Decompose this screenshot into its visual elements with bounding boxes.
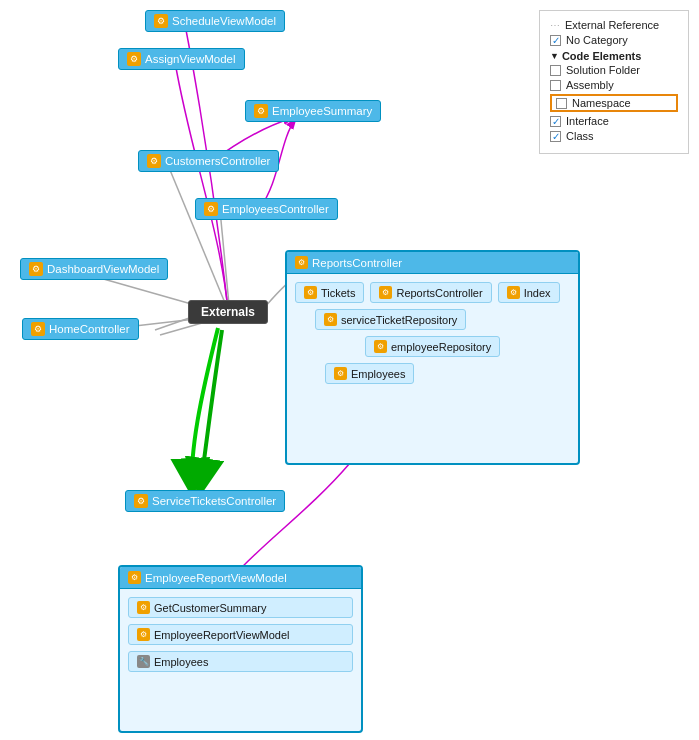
home-controller-label: HomeController [49, 323, 130, 335]
class-label: Class [566, 130, 594, 142]
legend-class[interactable]: Class [550, 130, 678, 142]
reports-controller-title: ReportsController [312, 257, 402, 269]
legend-no-category[interactable]: No Category [550, 34, 678, 46]
ervm-title: EmployeeReportViewModel [145, 572, 287, 584]
service-tickets-label: ServiceTicketsController [152, 495, 276, 507]
reports-controller-container[interactable]: ⚙ ReportsController ⚙ Tickets ⚙ ReportsC… [285, 250, 580, 465]
dashboard-view-model-icon: ⚙ [29, 262, 43, 276]
legend-namespace[interactable]: Namespace [550, 94, 678, 112]
employee-report-view-model-header: ⚙ EmployeeReportViewModel [120, 567, 361, 589]
get-customer-summary-icon: ⚙ [137, 601, 150, 614]
reports-controller-inner-node[interactable]: ⚙ ReportsController [370, 282, 491, 303]
service-tickets-controller-node[interactable]: ⚙ ServiceTicketsController [125, 490, 285, 512]
service-ticket-repo-node[interactable]: ⚙ serviceTicketRepository [315, 309, 466, 330]
reports-controller-inner-label: ReportsController [396, 287, 482, 299]
tickets-inner-node[interactable]: ⚙ Tickets [295, 282, 364, 303]
index-label: Index [524, 287, 551, 299]
ervm-inner-icon: ⚙ [137, 628, 150, 641]
assembly-label: Assembly [566, 79, 614, 91]
customers-controller-icon: ⚙ [147, 154, 161, 168]
reports-controller-header: ⚙ ReportsController [287, 252, 578, 274]
employees-wrench-icon: 🔧 [137, 655, 150, 668]
schedule-view-model-label: ScheduleViewModel [172, 15, 276, 27]
schedule-view-model-node[interactable]: ⚙ ScheduleViewModel [145, 10, 285, 32]
customers-controller-node[interactable]: ⚙ CustomersController [138, 150, 279, 172]
service-tickets-icon: ⚙ [134, 494, 148, 508]
legend-interface[interactable]: Interface [550, 115, 678, 127]
assign-view-model-label: AssignViewModel [145, 53, 236, 65]
legend-external-ref-label: External Reference [565, 19, 659, 31]
externals-label: Externals [201, 305, 255, 319]
employees-ervm-node[interactable]: 🔧 Employees [128, 651, 353, 672]
assign-view-model-node[interactable]: ⚙ AssignViewModel [118, 48, 245, 70]
get-customer-summary-node[interactable]: ⚙ GetCustomerSummary [128, 597, 353, 618]
legend-assembly[interactable]: Assembly [550, 79, 678, 91]
get-customer-summary-label: GetCustomerSummary [154, 602, 266, 614]
employees-controller-icon: ⚙ [204, 202, 218, 216]
no-category-checkbox[interactable] [550, 35, 561, 46]
reports-controller-body: ⚙ Tickets ⚙ ReportsController ⚙ Index ⚙ … [287, 274, 578, 392]
employees-inner-node[interactable]: ⚙ Employees [325, 363, 414, 384]
employees-controller-label: EmployeesController [222, 203, 329, 215]
index-inner-node[interactable]: ⚙ Index [498, 282, 560, 303]
namespace-checkbox[interactable] [556, 98, 567, 109]
interface-label: Interface [566, 115, 609, 127]
employee-summary-icon: ⚙ [254, 104, 268, 118]
dashboard-view-model-node[interactable]: ⚙ DashboardViewModel [20, 258, 168, 280]
diagram-area: ⚙ ScheduleViewModel ⚙ AssignViewModel ⚙ … [0, 0, 699, 740]
legend-code-elements-section: ▼ Code Elements [550, 50, 678, 62]
solution-folder-label: Solution Folder [566, 64, 640, 76]
section-arrow: ▼ [550, 51, 559, 61]
legend-external-ref: ⋯ External Reference [550, 19, 678, 31]
employees-ervm-label: Employees [154, 656, 208, 668]
customers-controller-label: CustomersController [165, 155, 270, 167]
employee-repo-icon: ⚙ [374, 340, 387, 353]
reports-controller-inner-icon: ⚙ [379, 286, 392, 299]
ervm-header-icon: ⚙ [128, 571, 141, 584]
reports-controller-header-icon: ⚙ [295, 256, 308, 269]
employees-controller-node[interactable]: ⚙ EmployeesController [195, 198, 338, 220]
externals-node[interactable]: Externals [188, 300, 268, 324]
assign-view-model-icon: ⚙ [127, 52, 141, 66]
employee-repo-node[interactable]: ⚙ employeeRepository [365, 336, 500, 357]
employee-repo-label: employeeRepository [391, 341, 491, 353]
home-controller-icon: ⚙ [31, 322, 45, 336]
schedule-view-model-icon: ⚙ [154, 14, 168, 28]
class-checkbox[interactable] [550, 131, 561, 142]
employees-inner-label: Employees [351, 368, 405, 380]
code-elements-label: Code Elements [562, 50, 641, 62]
index-icon: ⚙ [507, 286, 520, 299]
no-category-label: No Category [566, 34, 628, 46]
legend-solution-folder[interactable]: Solution Folder [550, 64, 678, 76]
employee-report-view-model-container[interactable]: ⚙ EmployeeReportViewModel ⚙ GetCustomerS… [118, 565, 363, 733]
dashboard-view-model-label: DashboardViewModel [47, 263, 159, 275]
solution-folder-checkbox[interactable] [550, 65, 561, 76]
svg-line-0 [170, 170, 230, 315]
home-controller-node[interactable]: ⚙ HomeController [22, 318, 139, 340]
ervm-inner-label: EmployeeReportViewModel [154, 629, 290, 641]
tickets-label: Tickets [321, 287, 355, 299]
ervm-inner-node[interactable]: ⚙ EmployeeReportViewModel [128, 624, 353, 645]
tickets-icon: ⚙ [304, 286, 317, 299]
employee-summary-label: EmployeeSummary [272, 105, 372, 117]
employees-inner-icon: ⚙ [334, 367, 347, 380]
legend-panel: ⋯ External Reference No Category ▼ Code … [539, 10, 689, 154]
ervm-body: ⚙ GetCustomerSummary ⚙ EmployeeReportVie… [120, 589, 361, 680]
service-ticket-repo-label: serviceTicketRepository [341, 314, 457, 326]
namespace-label: Namespace [572, 97, 631, 109]
service-ticket-repo-icon: ⚙ [324, 313, 337, 326]
assembly-checkbox[interactable] [550, 80, 561, 91]
interface-checkbox[interactable] [550, 116, 561, 127]
employee-summary-node[interactable]: ⚙ EmployeeSummary [245, 100, 381, 122]
